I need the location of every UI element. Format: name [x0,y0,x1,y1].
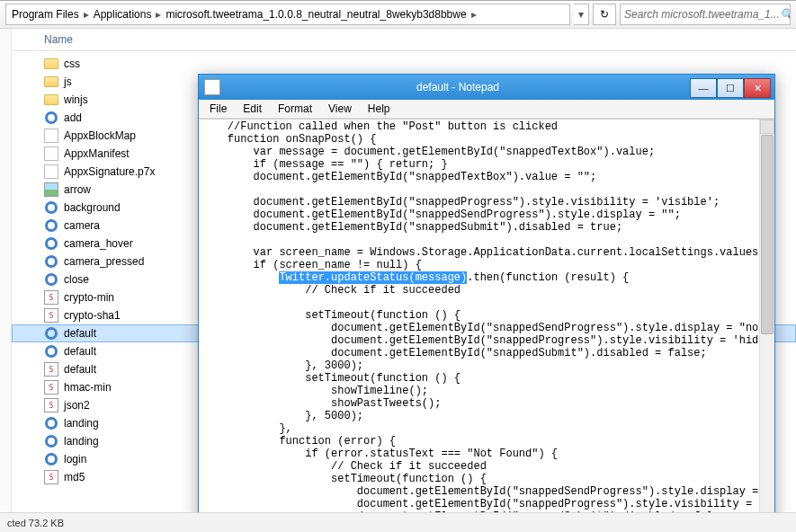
file-name: AppxSignature.p7x [64,165,155,178]
search-icon: 🔍 [780,8,791,21]
ie-icon [44,111,58,125]
breadcrumb-segment[interactable]: Program Files [10,8,81,21]
menu-item-file[interactable]: File [202,102,234,116]
folder-icon [44,75,58,89]
breadcrumb[interactable]: Program Files▸Applications▸microsoft.twe… [5,4,570,25]
chevron-right-icon[interactable]: ▸ [153,8,164,21]
refresh-icon: ↻ [600,8,609,21]
window-buttons: — ☐ ✕ [690,78,771,96]
refresh-button[interactable]: ↻ [593,4,616,25]
file-name: hmac-min [64,381,112,394]
notepad-title: default - Notepad [226,81,690,93]
minimize-button[interactable]: — [690,78,717,98]
file-name: camera_pressed [64,255,144,268]
ie-icon [44,218,58,233]
explorer-body: Name cssjswinjsaddAppxBlockMapAppxManife… [0,29,796,512]
file-name: crypto-sha1 [64,309,121,322]
ie-icon [44,272,58,287]
ie-icon [44,416,58,430]
ie-icon [44,452,58,466]
file-name: landing [64,435,99,448]
file-icon [44,164,58,179]
ie-icon [44,254,58,269]
vertical-scroll-thumb[interactable] [761,135,774,334]
notepad-window: default - Notepad — ☐ ✕ FileEditFormatVi… [198,74,775,512]
address-toolbar: Program Files▸Applications▸microsoft.twe… [0,1,796,29]
file-name: md5 [64,471,85,483]
js-icon: S [44,290,58,305]
file-name: landing [64,417,99,430]
column-header-name[interactable]: Name [12,29,796,51]
breadcrumb-segment[interactable]: Applications [92,8,154,21]
search-placeholder: Search microsoft.tweetrama_1... [624,8,780,21]
js-icon: S [44,398,58,412]
status-bar: cted 73.2 KB [0,512,796,532]
notepad-menu: FileEditFormatViewHelp [199,100,774,119]
file-name: json2 [64,399,90,412]
file-name: AppxManifest [64,147,130,160]
file-name: crypto-min [64,291,114,304]
notepad-text-area[interactable]: //Function called when the "Post" button… [199,120,760,512]
nav-pane-sliver [0,29,12,512]
code-content[interactable]: //Function called when the "Post" button… [199,120,760,512]
maximize-button[interactable]: ☐ [717,78,744,98]
notepad-body: //Function called when the "Post" button… [199,119,774,512]
chevron-right-icon[interactable]: ▸ [469,8,479,21]
chevron-right-icon[interactable]: ▸ [81,8,92,21]
file-name: login [64,453,86,466]
menu-item-format[interactable]: Format [271,102,319,116]
search-input[interactable]: Search microsoft.tweetrama_1... 🔍 [620,4,791,25]
file-name: arrow [64,183,91,196]
file-name: winjs [64,93,88,106]
ie-icon [44,344,58,359]
notepad-titlebar[interactable]: default - Notepad — ☐ ✕ [199,75,774,100]
ie-icon [44,200,58,215]
ie-icon [44,434,58,448]
js-icon: S [44,380,58,395]
menu-item-help[interactable]: Help [361,102,398,116]
vertical-scrollbar[interactable] [759,120,774,512]
js-icon: S [44,362,58,377]
file-name: camera [64,219,100,232]
close-button[interactable]: ✕ [744,78,771,98]
menu-item-edit[interactable]: Edit [236,102,269,116]
file-name: js [64,75,72,88]
file-name: default [64,363,96,376]
file-name: AppxBlockMap [64,129,136,142]
file-name: default [64,327,96,340]
file-name: default [64,345,96,358]
file-icon [44,146,58,161]
ie-icon [44,236,58,251]
file-icon [44,129,58,143]
file-name: camera_hover [64,237,133,250]
breadcrumb-dropdown[interactable]: ▾ [574,4,589,25]
js-icon: S [44,308,58,323]
file-name: background [64,201,121,214]
explorer-window: Program Files▸Applications▸microsoft.twe… [0,0,796,532]
file-row[interactable]: css [12,55,796,73]
pic-icon [44,182,58,197]
file-name: add [64,111,82,124]
highlighted-text[interactable]: Twitter.updateStatus(message) [279,271,467,284]
notepad-icon [204,79,220,95]
ie-icon [44,326,58,341]
file-name: css [64,58,80,70]
breadcrumb-segment[interactable]: microsoft.tweetrama_1.0.0.8_neutral_neut… [164,8,468,21]
menu-item-view[interactable]: View [321,102,359,116]
file-name: close [64,273,89,286]
folder-icon [44,93,58,107]
js-icon: S [44,470,58,484]
folder-icon [44,57,58,71]
